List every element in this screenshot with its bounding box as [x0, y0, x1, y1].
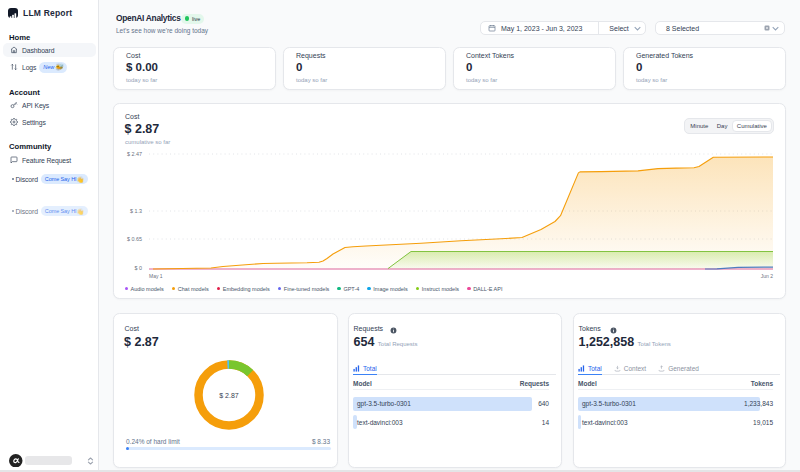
svg-text:$ 2.87: $ 2.87 [219, 392, 239, 399]
svg-text:$ 0.65: $ 0.65 [127, 236, 142, 242]
svg-text:$ 2.47: $ 2.47 [127, 151, 142, 157]
svg-text:May 1: May 1 [149, 273, 163, 279]
svg-text:Jun 2: Jun 2 [761, 273, 773, 279]
svg-text:$ 1.3: $ 1.3 [130, 208, 142, 214]
svg-text:$ 0: $ 0 [135, 265, 143, 271]
